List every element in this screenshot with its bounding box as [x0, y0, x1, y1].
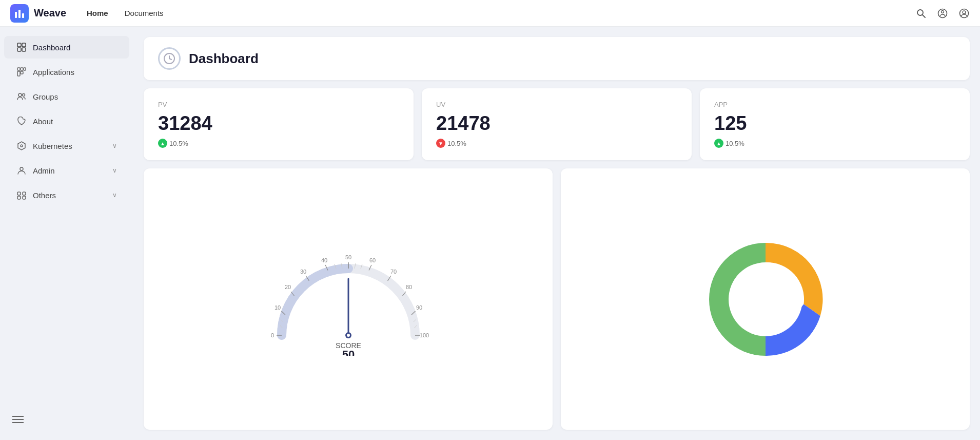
stat-card-uv: UV 21478 ▼ 10.5% — [422, 88, 692, 160]
stat-change-uv: ▼ 10.5% — [436, 139, 677, 148]
svg-rect-10 — [22, 43, 26, 47]
topnav-home[interactable]: Home — [87, 7, 108, 20]
svg-text:20: 20 — [284, 284, 290, 290]
stat-change-text-app: 10.5% — [726, 140, 744, 147]
sidebar-item-about[interactable]: About — [4, 110, 129, 132]
charts-row: 0 10 20 30 — [144, 168, 970, 430]
stat-change-app: ▲ 10.5% — [714, 139, 955, 148]
topnav: Weave Home Documents — [0, 0, 980, 27]
layout: Dashboard Applications Groups About — [0, 27, 980, 440]
svg-rect-15 — [24, 68, 26, 70]
admin-icon — [16, 165, 27, 176]
svg-rect-13 — [17, 68, 20, 70]
svg-point-19 — [23, 94, 25, 97]
topnav-links: Home Documents — [87, 7, 915, 20]
logo[interactable]: Weave — [10, 4, 66, 23]
gauge-container: 0 10 20 30 — [266, 243, 430, 356]
page-header-icon — [158, 47, 181, 70]
svg-rect-12 — [22, 48, 26, 51]
donut-chart-card — [561, 168, 970, 430]
svg-rect-23 — [17, 192, 21, 195]
gauge-chart-card: 0 10 20 30 — [144, 168, 553, 430]
svg-rect-17 — [21, 71, 23, 74]
github-icon[interactable] — [937, 8, 948, 19]
svg-rect-16 — [17, 71, 20, 76]
donut-svg — [694, 227, 837, 371]
svg-text:70: 70 — [390, 269, 396, 275]
svg-rect-25 — [17, 196, 21, 199]
sidebar-item-groups[interactable]: Groups — [4, 85, 129, 108]
svg-text:40: 40 — [321, 257, 327, 263]
stat-change-text-pv: 10.5% — [169, 140, 188, 147]
stat-value-uv: 21478 — [436, 112, 677, 135]
topnav-documents[interactable]: Documents — [125, 7, 164, 20]
svg-text:60: 60 — [369, 257, 375, 263]
app-name: Weave — [34, 7, 66, 19]
svg-point-22 — [20, 167, 23, 170]
svg-rect-24 — [23, 192, 26, 195]
stat-label-app: APP — [714, 101, 955, 108]
sidebar-item-others[interactable]: Others ∨ — [4, 184, 129, 206]
sidebar-label-groups: Groups — [33, 92, 117, 101]
stat-card-pv: PV 31284 ▲ 10.5% — [144, 88, 414, 160]
svg-text:10: 10 — [274, 304, 280, 311]
others-chevron: ∨ — [112, 192, 117, 199]
groups-icon — [16, 91, 27, 102]
stat-change-text-uv: 10.5% — [447, 140, 466, 147]
stat-value-pv: 31284 — [158, 112, 399, 135]
svg-text:100: 100 — [419, 332, 428, 338]
stat-card-app: APP 125 ▲ 10.5% — [700, 88, 970, 160]
svg-marker-20 — [18, 142, 25, 150]
stat-value-app: 125 — [714, 112, 955, 135]
donut-container — [573, 181, 957, 417]
svg-text:50: 50 — [342, 348, 354, 356]
page-header-card: Dashboard — [144, 37, 970, 80]
svg-text:0: 0 — [270, 332, 273, 338]
stat-label-pv: PV — [158, 101, 399, 108]
svg-rect-26 — [23, 196, 26, 199]
svg-line-32 — [169, 59, 171, 60]
svg-rect-0 — [15, 12, 17, 18]
applications-icon — [16, 67, 27, 77]
sidebar-label-about: About — [33, 117, 117, 126]
svg-rect-2 — [22, 13, 24, 18]
stat-change-pv: ▲ 10.5% — [158, 139, 399, 148]
user-icon[interactable] — [958, 8, 970, 19]
admin-chevron: ∨ — [112, 167, 117, 174]
logo-icon — [10, 4, 29, 23]
sidebar-label-admin: Admin — [33, 166, 106, 175]
gauge-svg: 0 10 20 30 — [266, 243, 430, 356]
sidebar-bottom-icon[interactable] — [0, 409, 133, 432]
sidebar-item-applications[interactable]: Applications — [4, 61, 129, 83]
svg-text:50: 50 — [345, 254, 351, 260]
sidebar-item-kubernetes[interactable]: Kubernetes ∨ — [4, 135, 129, 157]
sidebar-label-others: Others — [33, 191, 106, 200]
stat-label-uv: UV — [436, 101, 677, 108]
stat-change-icon-uv: ▼ — [436, 139, 445, 148]
sidebar-label-applications: Applications — [33, 68, 117, 76]
stats-row: PV 31284 ▲ 10.5% UV 21478 ▼ 10.5% APP 12… — [144, 88, 970, 160]
sidebar-item-dashboard[interactable]: Dashboard — [4, 36, 129, 59]
topnav-actions — [915, 8, 970, 19]
svg-point-8 — [963, 11, 966, 14]
about-icon — [16, 116, 27, 126]
sidebar: Dashboard Applications Groups About — [0, 27, 133, 440]
page-title: Dashboard — [189, 51, 259, 67]
svg-point-18 — [18, 93, 22, 97]
svg-text:80: 80 — [405, 284, 411, 290]
svg-rect-14 — [21, 68, 23, 70]
others-icon — [16, 190, 27, 200]
kubernetes-chevron: ∨ — [112, 142, 117, 149]
main-content: Dashboard PV 31284 ▲ 10.5% UV 21478 ▼ 10… — [133, 27, 980, 440]
svg-text:90: 90 — [416, 304, 422, 311]
svg-line-4 — [923, 15, 925, 17]
search-icon[interactable] — [915, 8, 927, 19]
svg-rect-11 — [17, 48, 21, 51]
svg-point-21 — [21, 145, 23, 147]
stat-change-icon-app: ▲ — [714, 139, 723, 148]
sidebar-item-admin[interactable]: Admin ∨ — [4, 159, 129, 182]
stat-change-icon-pv: ▲ — [158, 139, 167, 148]
svg-point-6 — [942, 10, 944, 13]
dashboard-icon — [16, 42, 27, 52]
sidebar-label-kubernetes: Kubernetes — [33, 142, 106, 150]
